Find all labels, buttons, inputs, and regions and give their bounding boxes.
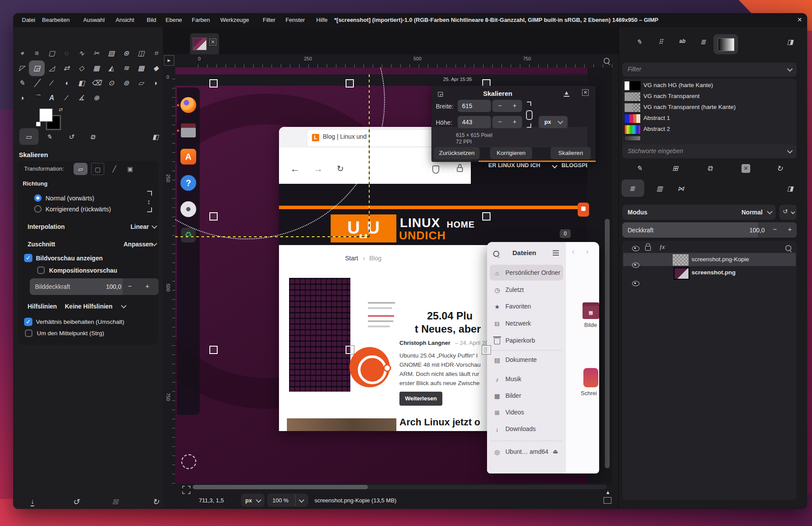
transform-handle-bottom-mid[interactable]: [346, 346, 354, 354]
radio-korrigierend[interactable]: [34, 205, 42, 213]
layers-search-icon[interactable]: [785, 245, 791, 251]
document-history-tab-icon[interactable]: ≣: [700, 38, 706, 46]
canvas-zoom-icon[interactable]: [604, 58, 610, 64]
menu-auswahl[interactable]: Auswahl: [83, 17, 105, 23]
bildvorschau-checkbox[interactable]: ✓: [24, 254, 32, 262]
gradient-name-1[interactable]: VG nach Transparent: [643, 93, 699, 99]
paths-tab-icon[interactable]: ⋈: [678, 185, 684, 193]
reset-tool-options-icon[interactable]: ↻: [152, 498, 159, 506]
tool-text-icon[interactable]: A: [45, 91, 59, 105]
tags-placeholder[interactable]: Stichworte eingeben: [628, 147, 683, 154]
tool-align-icon[interactable]: ≡: [30, 46, 44, 60]
channels-tab-icon[interactable]: ▥: [657, 185, 663, 193]
transform-path-button[interactable]: ╱: [108, 163, 121, 175]
folder-bilder[interactable]: ▦: [583, 306, 599, 319]
menu-hilfe[interactable]: Hilfe: [316, 17, 328, 23]
delete-gradient-icon[interactable]: ✕: [741, 164, 750, 173]
breite-input[interactable]: 615: [458, 100, 491, 112]
window-close-icon[interactable]: ✕: [797, 16, 802, 23]
device-status-tab-icon[interactable]: ✎: [46, 133, 52, 141]
folder-schreibtisch-label[interactable]: Schrei: [581, 390, 597, 396]
layers-dock-menu-icon[interactable]: ◨: [787, 185, 793, 193]
ruler-corner-button[interactable]: ▶: [164, 55, 174, 66]
skalieren-button[interactable]: Skalieren: [551, 147, 591, 159]
tool-perspective-clone-icon[interactable]: ⊚: [119, 76, 133, 90]
refresh-gradients-icon[interactable]: ↻: [777, 165, 783, 172]
quick-mask-icon[interactable]: [182, 486, 191, 494]
mittelpunkt-label[interactable]: Um den Mittelpunkt (Strg): [37, 330, 104, 337]
interpolation-value[interactable]: Linear: [131, 223, 149, 230]
unit-dropdown[interactable]: [539, 116, 568, 128]
tool-dodge-burn-icon[interactable]: ◑: [15, 91, 29, 105]
tool-heal-icon[interactable]: ▱: [134, 76, 148, 90]
modus-reset-icon[interactable]: ↺: [783, 208, 788, 215]
transform-handle-mid-right[interactable]: [482, 212, 491, 221]
zuschnitt-value[interactable]: Anpassen: [124, 241, 153, 248]
gradient-name-4[interactable]: Abstract 2: [643, 126, 670, 132]
status-unit-value[interactable]: px: [245, 497, 252, 504]
bilddeckkraft-plus-icon[interactable]: +: [145, 282, 149, 290]
deckkraft-plus-icon[interactable]: +: [788, 225, 792, 233]
tool-cage-transform-icon[interactable]: ▩: [134, 61, 148, 75]
default-colors-icon[interactable]: [36, 122, 41, 126]
sidebar-item-ubuntu-device[interactable]: Ubunt… amd64: [505, 448, 548, 455]
tool-move-icon[interactable]: ⌖: [15, 46, 29, 60]
menu-fenster[interactable]: Fenster: [286, 17, 305, 23]
edit-gradient-icon[interactable]: ✎: [636, 165, 642, 172]
hoehe-spin-buttons[interactable]: [492, 116, 522, 128]
status-zoom-value[interactable]: 100 %: [272, 497, 289, 504]
menu-farben[interactable]: Farben: [192, 17, 210, 23]
verhaeltnis-label[interactable]: Verhältnis beibehalten (Umschalt): [36, 319, 124, 325]
transform-handle-top-left[interactable]: [209, 79, 218, 88]
images-tab-icon[interactable]: ⧉: [90, 133, 95, 141]
tool-pencil-icon[interactable]: ╱: [30, 76, 44, 90]
sidebar-item-netzwerk[interactable]: Netzwerk: [505, 320, 531, 327]
foreground-color-swatch[interactable]: [39, 109, 53, 122]
menu-bearbeiten[interactable]: Bearbeiten: [42, 17, 70, 23]
transform-handle-mid-left[interactable]: [209, 212, 218, 221]
new-gradient-icon[interactable]: ⊞: [672, 165, 678, 172]
vscroll-up-icon[interactable]: ▲: [605, 489, 611, 495]
right-dock-menu-icon[interactable]: ◨: [787, 38, 793, 46]
menu-ansicht[interactable]: Ansicht: [116, 17, 134, 23]
folder-bilder-label[interactable]: Bilde: [584, 322, 597, 328]
patterns-tab-icon[interactable]: ⠿: [658, 38, 663, 46]
dock-menu-icon[interactable]: ◧: [152, 133, 159, 141]
menu-bild[interactable]: Bild: [147, 17, 156, 23]
layers-header-lock-icon[interactable]: [645, 246, 651, 251]
tool-ellipse-select-icon[interactable]: ◌: [60, 46, 74, 60]
tool-scale-icon[interactable]: ◲: [30, 61, 44, 75]
tool-gradient-icon[interactable]: ◧: [74, 76, 88, 90]
layers-header-fx[interactable]: ƒx: [659, 244, 665, 250]
menu-filter[interactable]: Filter: [263, 17, 275, 23]
tool-crop-icon[interactable]: ⌗: [149, 46, 163, 60]
reset-button[interactable]: Zurücksetzen: [434, 147, 480, 159]
tool-paintbrush-icon[interactable]: ✎: [15, 76, 29, 90]
tool-foreground-select-icon[interactable]: ▧: [104, 46, 118, 60]
tool-airbrush-icon[interactable]: ∕: [45, 76, 59, 90]
verhaeltnis-checkbox[interactable]: ✓: [24, 318, 32, 326]
tool-measure-icon[interactable]: ∡: [74, 91, 88, 105]
fonts-tab-icon[interactable]: ab: [679, 38, 685, 44]
transform-selection-button[interactable]: ▢: [91, 163, 104, 175]
layer2-name[interactable]: screenshot.png: [692, 269, 736, 276]
tool-shear-icon[interactable]: ◿: [45, 61, 59, 75]
modus-value[interactable]: Normal: [741, 209, 763, 216]
komposition-label[interactable]: Kompositionsvorschau: [49, 267, 117, 274]
breite-spin-buttons[interactable]: [492, 100, 522, 112]
sidebar-item-dokumente[interactable]: Dokumente: [505, 356, 537, 363]
tool-paths-icon[interactable]: ⌒: [30, 91, 44, 105]
breite-minus-icon[interactable]: −: [498, 102, 501, 109]
sidebar-item-videos[interactable]: Videos: [505, 409, 524, 416]
tool-handle-transform-icon[interactable]: ◭: [104, 61, 118, 75]
files-back-icon[interactable]: ‹: [572, 247, 575, 256]
hoehe-plus-icon[interactable]: +: [513, 118, 516, 125]
tool-select-by-color-icon[interactable]: ◫: [134, 46, 148, 60]
save-tool-preset-icon[interactable]: ↓: [31, 498, 34, 506]
gradient-name-3[interactable]: Abstract 1: [643, 115, 670, 121]
layer1-visibility-icon[interactable]: [632, 263, 639, 268]
sidebar-item-favoriten[interactable]: Favoriten: [505, 303, 531, 310]
ruler-horizontal[interactable]: [175, 54, 612, 68]
sidebar-item-papierkorb[interactable]: Papierkorb: [505, 337, 535, 344]
files-menu-icon[interactable]: [553, 249, 559, 257]
